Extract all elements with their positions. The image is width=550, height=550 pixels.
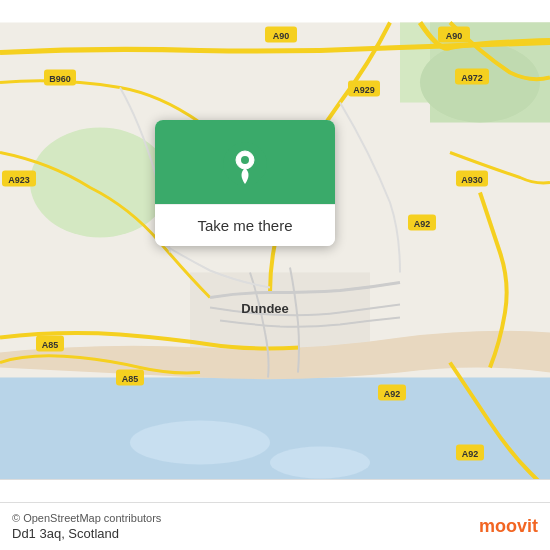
svg-text:A923: A923 [8, 175, 30, 185]
svg-point-2 [270, 447, 370, 479]
popup-header [155, 120, 335, 204]
svg-text:B960: B960 [49, 74, 71, 84]
take-me-there-button[interactable]: Take me there [155, 204, 335, 246]
location-popup: Take me there [155, 120, 335, 246]
svg-point-1 [130, 421, 270, 465]
svg-point-40 [241, 156, 249, 164]
moovit-logo-text: moovit [479, 516, 538, 537]
map-background: A90 A90 A972 A929 B960 B960 A923 A930 A9… [0, 0, 550, 550]
location-pin-icon [223, 142, 267, 186]
svg-text:A85: A85 [42, 340, 59, 350]
svg-text:A92: A92 [414, 219, 431, 229]
svg-text:A85: A85 [122, 374, 139, 384]
bottom-left-info: © OpenStreetMap contributors Dd1 3aq, Sc… [12, 512, 161, 541]
svg-text:A929: A929 [353, 85, 375, 95]
moovit-logo: moovit [479, 516, 538, 537]
svg-text:A92: A92 [462, 449, 479, 459]
svg-text:A92: A92 [384, 389, 401, 399]
osm-credit: © OpenStreetMap contributors [12, 512, 161, 524]
bottom-bar: © OpenStreetMap contributors Dd1 3aq, Sc… [0, 502, 550, 550]
svg-text:A90: A90 [273, 31, 290, 41]
location-label: Dd1 3aq, Scotland [12, 526, 161, 541]
svg-point-4 [30, 128, 170, 238]
svg-text:A972: A972 [461, 73, 483, 83]
svg-text:Dundee: Dundee [241, 301, 289, 316]
map-container: A90 A90 A972 A929 B960 B960 A923 A930 A9… [0, 0, 550, 550]
svg-text:A930: A930 [461, 175, 483, 185]
svg-text:A90: A90 [446, 31, 463, 41]
